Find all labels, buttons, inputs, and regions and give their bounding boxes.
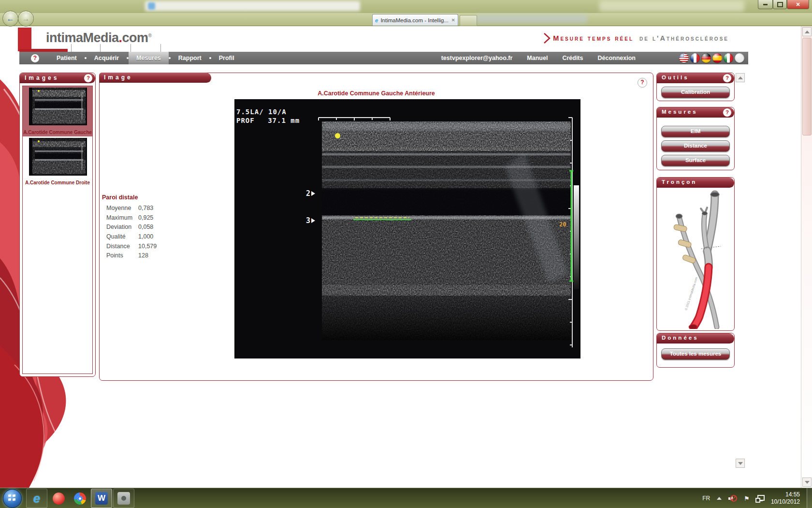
browser-scrollbar[interactable] <box>801 26 812 488</box>
red-app-icon <box>53 493 65 505</box>
taskbar-tool-button[interactable] <box>113 489 134 508</box>
nav-link-credits[interactable]: Crédits <box>562 55 583 61</box>
measures-help-icon[interactable]: ? <box>723 108 732 117</box>
flag-other[interactable] <box>735 53 744 63</box>
flag-fr[interactable] <box>690 53 700 63</box>
language-indicator[interactable]: FR <box>702 495 710 502</box>
flag-de[interactable] <box>701 53 711 63</box>
windows-flag-icon <box>8 494 11 497</box>
background-window-icon-blur <box>148 2 155 10</box>
forward-button[interactable]: → <box>18 11 34 27</box>
maximize-button[interactable] <box>773 0 787 9</box>
stat-value: 1,000 <box>138 233 153 240</box>
flag-es[interactable] <box>712 53 722 63</box>
marker-arrow-icon <box>311 191 315 196</box>
chevron-icon <box>543 32 551 44</box>
eim-button[interactable]: EIM <box>661 126 730 137</box>
nav-item-patient[interactable]: Patient <box>49 52 85 64</box>
content-scroll-up-button[interactable] <box>736 73 745 82</box>
scrollbar-thumb[interactable] <box>802 38 812 135</box>
troncon-panel-title: Tronçon <box>662 179 697 185</box>
nav-link-deconnexion[interactable]: Déconnexion <box>598 55 636 61</box>
distance-button[interactable]: Distance <box>661 140 730 152</box>
intima-dashed-line <box>355 217 409 218</box>
show-desktop-button[interactable] <box>807 488 812 508</box>
nav-item-acquerir[interactable]: Acquérir <box>87 52 127 64</box>
ultrasound-scan <box>234 99 580 359</box>
nav-link-manuel[interactable]: Manuel <box>527 55 548 61</box>
clock-date: 10/10/2012 <box>771 498 800 505</box>
thumbnail-caption: A.Carotide Commune Droite <box>23 180 92 185</box>
window-controls: ✕ <box>758 0 809 9</box>
taskbar-chrome-button[interactable] <box>70 489 90 508</box>
taskbar-word-button[interactable]: W <box>91 489 112 508</box>
back-button[interactable]: ← <box>2 11 18 27</box>
thumbnail-list: A.Carotide Commune Gauche A.Carotide Com… <box>22 86 93 374</box>
artery-diagram[interactable]: © 2011 IntimaMedia.com <box>659 190 732 329</box>
flag-it[interactable] <box>724 53 733 63</box>
site-logo[interactable]: intimaMedia.com® <box>46 30 151 45</box>
down-arrow-icon <box>738 462 743 465</box>
taskbar-ie-button[interactable]: e <box>26 489 47 508</box>
flag-us[interactable] <box>679 53 689 63</box>
logo-text: intimaMedia <box>46 30 119 45</box>
stat-row-qualite: Qualité 1,000 <box>102 233 189 243</box>
images-help-icon[interactable]: ? <box>84 74 93 83</box>
surface-button[interactable]: Surface <box>661 155 730 166</box>
scrollbar-down-button[interactable] <box>802 478 812 487</box>
gray-tool-icon <box>117 492 130 505</box>
page-content: intimaMedia.com® Mesure temps réel de l'… <box>0 26 801 488</box>
thumbnail-carotide-gauche[interactable]: A.Carotide Commune Gauche <box>23 86 92 136</box>
tab-favicon: e <box>375 17 378 23</box>
ultrasound-thumbnail-image <box>29 88 87 125</box>
background-window-blur-2 <box>599 0 744 12</box>
down-arrow-icon <box>805 481 810 484</box>
close-window-button[interactable]: ✕ <box>787 0 809 9</box>
scrollbar-up-button[interactable] <box>802 27 812 36</box>
back-arrow-icon: ← <box>7 15 14 23</box>
marker-2: 2 <box>306 189 315 198</box>
all-measures-button[interactable]: Toutes les mesures <box>661 348 730 360</box>
tools-panel-title: Outils <box>662 75 689 80</box>
yellow-marker-dot <box>335 133 340 138</box>
volume-muted-icon[interactable] <box>728 494 737 502</box>
minimize-button[interactable] <box>758 0 773 9</box>
ultrasound-image[interactable]: 7.5LA/ 10/A PROF 37.1 mm 2 3 20 <box>234 99 580 359</box>
tab-close-icon[interactable]: ✕ <box>451 17 455 23</box>
stat-row-maximum: Maximum 0,925 <box>102 214 189 224</box>
chrome-icon <box>74 493 86 505</box>
network-plug <box>755 498 760 503</box>
logo-com: com <box>122 30 148 45</box>
tools-help-icon[interactable]: ? <box>723 74 732 83</box>
distal-wall-stats: Paroi distale Moyenne 0,783 Maximum 0,92… <box>102 194 189 262</box>
nav-right-group: testvpexplorer@yahoo.fr Manuel Crédits D… <box>441 53 744 63</box>
nav-item-profil[interactable]: Profil <box>211 52 242 64</box>
marker-arrow-icon <box>311 218 315 223</box>
image-help-icon[interactable]: ? <box>638 78 647 88</box>
calibration-button[interactable]: Calibration <box>661 87 730 98</box>
nav-item-rapport[interactable]: Rapport <box>171 52 209 64</box>
stat-label: Maximum <box>106 214 132 221</box>
content-scroll-down-button[interactable] <box>736 459 745 468</box>
browser-tab[interactable]: e IntimaMedia.com - Intellig... ✕ <box>372 14 458 26</box>
stat-value: 10,579 <box>138 243 157 250</box>
nav-help-icon[interactable]: ? <box>31 54 39 62</box>
taskbar-app-button[interactable] <box>48 489 69 508</box>
taskbar-clock[interactable]: 14:55 10/10/2012 <box>771 491 800 506</box>
mute-slash <box>730 495 737 502</box>
thumbnail-carotide-droite[interactable]: A.Carotide Commune Droite <box>23 136 92 187</box>
depth-label: 20 <box>559 221 566 228</box>
images-panel: Images ? A.Carotide Commune Gauche <box>19 73 96 377</box>
data-panel-header: Données <box>657 333 734 344</box>
nav-item-mesures[interactable]: Mesures <box>129 52 169 64</box>
start-button[interactable] <box>3 489 22 508</box>
tagline-gray: de l'Athérosclérose <box>639 34 729 42</box>
action-center-flag-icon[interactable]: ⚑ <box>744 495 750 502</box>
network-icon[interactable] <box>756 495 764 502</box>
tray-expand-icon[interactable] <box>717 497 722 500</box>
ultrasound-header-line2: PROF 37.1 mm <box>236 117 300 124</box>
image-panel: Image Test VP, Homme, 04/10/1960, (visit… <box>99 73 653 381</box>
stat-row-moyenne: Moyenne 0,783 <box>102 205 189 214</box>
new-tab-button[interactable] <box>460 15 477 27</box>
internet-explorer-icon: e <box>33 491 40 506</box>
